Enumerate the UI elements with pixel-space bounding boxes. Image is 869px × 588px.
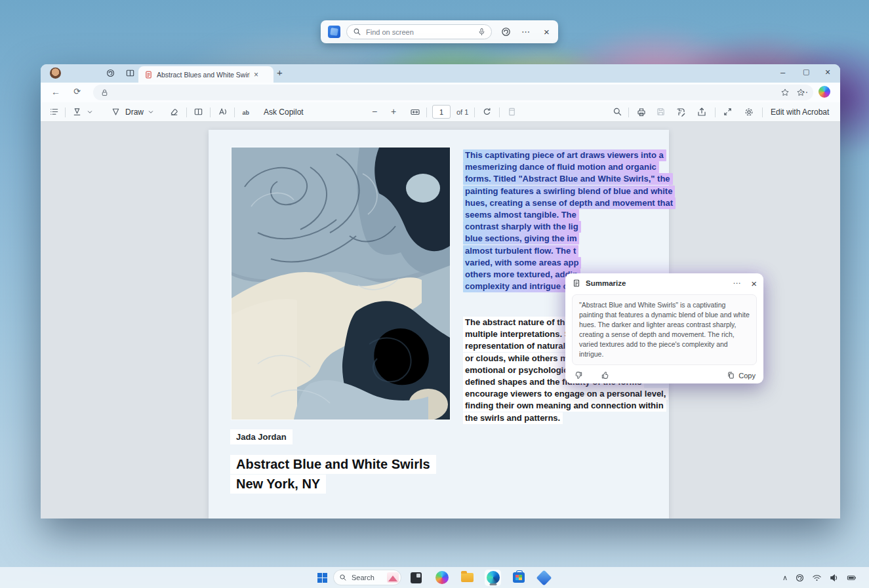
copilot-app-button[interactable] bbox=[434, 570, 450, 586]
text-line: varied, with some areas app bbox=[463, 256, 657, 268]
share-icon[interactable] bbox=[697, 107, 707, 117]
copilot-icon[interactable] bbox=[818, 86, 830, 98]
artwork-image bbox=[232, 147, 450, 420]
start-button[interactable] bbox=[314, 570, 331, 586]
summary-text: "Abstract Blue and White Swirls" is a ca… bbox=[572, 294, 757, 365]
taskbar-search[interactable]: Search bbox=[333, 570, 401, 585]
find-in-doc-icon[interactable] bbox=[613, 107, 622, 117]
page-count-label: of 1 bbox=[456, 108, 468, 116]
popup-title: Summarize bbox=[586, 279, 733, 287]
edit-with-acrobat-button[interactable]: Edit with Acrobat bbox=[771, 108, 829, 117]
more-icon[interactable]: ⋯ bbox=[521, 27, 530, 37]
copilot-app-icon bbox=[435, 571, 449, 584]
text-line: hues, creating a sense of depth and move… bbox=[463, 197, 657, 208]
text-line: painting features a swirling blend of bl… bbox=[463, 185, 657, 197]
save-icon[interactable] bbox=[656, 107, 666, 117]
tab-actions-icon[interactable] bbox=[125, 68, 135, 78]
taskbar-search-label: Search bbox=[352, 574, 387, 581]
taskbar-search-icon bbox=[339, 574, 347, 581]
favorites-star-icon[interactable] bbox=[780, 88, 790, 97]
draw-pen-icon[interactable] bbox=[111, 107, 121, 117]
copy-icon bbox=[727, 371, 735, 380]
windows-logo-icon bbox=[317, 573, 327, 583]
mic-icon[interactable] bbox=[477, 28, 486, 36]
visual-search-app-icon[interactable] bbox=[328, 26, 340, 38]
address-bar[interactable] bbox=[93, 85, 813, 100]
print-icon[interactable] bbox=[636, 107, 647, 117]
file-explorer-icon bbox=[461, 573, 474, 582]
artwork-title: Abstract Blue and White Swirls New York,… bbox=[230, 455, 436, 494]
popup-close-icon[interactable]: × bbox=[751, 278, 757, 289]
new-tab-button[interactable]: + bbox=[277, 68, 283, 77]
settings-more-icon[interactable]: ⋯ bbox=[799, 87, 808, 97]
store-icon bbox=[513, 572, 525, 583]
highlighted-paragraph[interactable]: This captivating piece of art draws view… bbox=[463, 149, 657, 292]
fullscreen-icon[interactable] bbox=[723, 107, 733, 117]
text-line: encourage viewers to engage on a persona… bbox=[463, 387, 657, 399]
minimize-button[interactable]: – bbox=[780, 68, 785, 77]
store-button[interactable] bbox=[510, 570, 527, 586]
blue-app-icon bbox=[536, 570, 552, 585]
weather-widget-icon[interactable] bbox=[387, 572, 399, 583]
toc-icon[interactable] bbox=[49, 107, 59, 117]
battery-icon[interactable] bbox=[846, 573, 857, 583]
zoom-out-icon[interactable]: − bbox=[372, 106, 377, 117]
edge-button[interactable] bbox=[485, 570, 501, 586]
draw-label[interactable]: Draw bbox=[125, 108, 144, 117]
thumbs-down-icon[interactable] bbox=[573, 370, 583, 380]
file-explorer-button[interactable] bbox=[459, 570, 475, 586]
blue-app-button[interactable] bbox=[536, 570, 552, 586]
text-line: blue sections, giving the im bbox=[463, 232, 657, 244]
text-line: almost turbulent flow. The t bbox=[463, 245, 657, 256]
settings-gear-icon[interactable] bbox=[744, 107, 754, 117]
copy-button[interactable]: Copy bbox=[727, 371, 756, 380]
maximize-button[interactable]: ▢ bbox=[803, 68, 809, 76]
close-icon[interactable]: × bbox=[544, 26, 550, 37]
ask-copilot-button[interactable]: Ask Copilot bbox=[264, 108, 304, 117]
refresh-icon[interactable]: ⟳ bbox=[73, 87, 81, 96]
network-icon[interactable] bbox=[812, 573, 822, 583]
browser-tab[interactable]: Abstract Blues and White Swirls by × bbox=[138, 66, 273, 83]
page-view-icon[interactable] bbox=[193, 107, 203, 117]
search-icon bbox=[353, 28, 361, 36]
find-on-screen-bar: Find on screen ⋯ × bbox=[321, 20, 558, 43]
lock-icon bbox=[100, 88, 109, 97]
tray-copilot-icon[interactable] bbox=[795, 573, 805, 583]
summarize-popup: Summarize ⋯ × "Abstract Blue and White S… bbox=[565, 273, 763, 383]
read-aloud-icon[interactable] bbox=[218, 107, 228, 117]
tray-chevron-icon[interactable]: ∧ bbox=[782, 574, 788, 582]
text-line: seems almost tangible. The bbox=[463, 208, 657, 220]
pdf-favicon bbox=[144, 70, 153, 79]
page-doc-icon[interactable] bbox=[507, 107, 517, 117]
fit-to-width-icon[interactable] bbox=[410, 107, 420, 117]
task-view-button[interactable] bbox=[408, 570, 424, 586]
zoom-in-icon[interactable]: + bbox=[391, 106, 396, 117]
volume-icon[interactable] bbox=[829, 573, 839, 583]
profile-avatar[interactable] bbox=[50, 68, 61, 79]
tab-close-icon[interactable]: × bbox=[254, 70, 258, 79]
back-icon[interactable]: ← bbox=[51, 87, 60, 97]
tab-title: Abstract Blues and White Swirls by bbox=[157, 71, 250, 79]
popup-more-icon[interactable]: ⋯ bbox=[733, 279, 740, 288]
find-on-screen-input[interactable]: Find on screen bbox=[346, 24, 492, 39]
eraser-icon[interactable] bbox=[169, 107, 179, 117]
text-line: This captivating piece of art draws view… bbox=[463, 149, 657, 161]
rotate-icon[interactable] bbox=[482, 107, 492, 117]
copilot-badge-icon[interactable] bbox=[500, 26, 512, 37]
workspaces-icon[interactable] bbox=[106, 68, 115, 78]
text-line: the swirls and patterns. bbox=[463, 412, 657, 423]
browser-titlebar: Abstract Blues and White Swirls by × + –… bbox=[41, 64, 840, 83]
task-view-icon bbox=[411, 572, 422, 583]
save-as-icon[interactable] bbox=[676, 107, 686, 117]
text-audio-icon[interactable] bbox=[241, 107, 252, 117]
highlighter-icon[interactable] bbox=[72, 107, 82, 117]
artist-name: Jada Jordan bbox=[230, 429, 293, 444]
draw-chevron-icon[interactable] bbox=[147, 108, 155, 116]
window-close-button[interactable]: × bbox=[825, 67, 830, 77]
desktop: Find on screen ⋯ × Abstract Blues and Wh… bbox=[0, 0, 869, 588]
address-bar-row: ← ⟳ ⋯ bbox=[41, 83, 840, 102]
page-number-input[interactable]: 1 bbox=[432, 105, 451, 119]
text-line: finding their own meaning and connection… bbox=[463, 399, 657, 411]
thumbs-up-icon[interactable] bbox=[601, 370, 611, 380]
highlighter-chevron-icon[interactable] bbox=[86, 108, 94, 116]
